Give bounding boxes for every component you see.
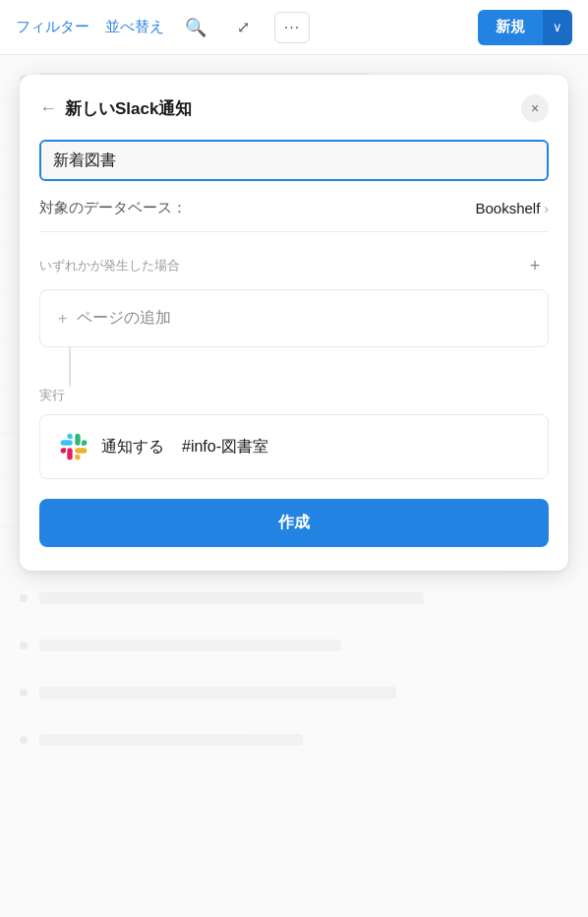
trigger-section-label: いずれかが発生した場合 xyxy=(39,257,180,275)
list-item xyxy=(0,716,588,764)
trigger-plus-icon: + xyxy=(58,310,67,328)
slack-icon xyxy=(58,431,89,462)
list-item-dot xyxy=(20,594,28,602)
expand-button[interactable]: ⤢ xyxy=(227,12,259,43)
modal-header: ← 新しいSlack通知 × xyxy=(39,94,549,122)
close-icon: × xyxy=(531,100,539,116)
list-item-dot xyxy=(20,642,28,649)
trigger-card[interactable]: + ページの追加 xyxy=(39,289,549,347)
new-button[interactable]: 新規 xyxy=(478,10,543,45)
trigger-card-label: ページの追加 xyxy=(77,308,171,329)
list-item xyxy=(0,575,588,622)
list-item-line xyxy=(39,734,303,746)
toolbar: フィルター 並べ替え 🔍 ⤢ ··· 新規 ∨ xyxy=(0,0,588,55)
expand-icon: ⤢ xyxy=(237,18,250,36)
database-selector[interactable]: Bookshelf › xyxy=(475,200,549,216)
list-item-line xyxy=(39,592,424,604)
create-button[interactable]: 作成 xyxy=(39,499,549,547)
list-item-line xyxy=(39,640,341,651)
notification-name-input[interactable] xyxy=(39,140,549,181)
more-button[interactable]: ··· xyxy=(274,12,310,43)
action-card[interactable]: 通知する #info-図書室 xyxy=(39,414,549,479)
database-row: 対象のデータベース： Bookshelf › xyxy=(39,195,549,232)
list-item-dot xyxy=(20,689,28,697)
filter-button[interactable]: フィルター xyxy=(16,18,89,36)
search-icon: 🔍 xyxy=(185,17,206,38)
list-item-line xyxy=(39,687,396,699)
chevron-down-icon: ∨ xyxy=(553,20,562,34)
back-arrow-icon: ← xyxy=(39,98,57,119)
action-channel: #info-図書室 xyxy=(182,437,268,458)
sort-button[interactable]: 並べ替え xyxy=(105,18,164,36)
more-icon: ··· xyxy=(284,19,300,36)
trigger-add-button[interactable]: + xyxy=(521,252,549,279)
close-button[interactable]: × xyxy=(521,94,549,122)
search-button[interactable]: 🔍 xyxy=(180,12,211,43)
chevron-right-icon: › xyxy=(544,201,549,216)
new-button-group: 新規 ∨ xyxy=(478,10,572,45)
modal-title: 新しいSlack通知 xyxy=(65,97,521,120)
trigger-section-header: いずれかが発生した場合 + xyxy=(39,252,549,279)
new-chevron-button[interactable]: ∨ xyxy=(543,10,572,45)
connector-line xyxy=(69,347,71,387)
list-item xyxy=(0,669,588,716)
toolbar-left: フィルター 並べ替え 🔍 ⤢ ··· xyxy=(16,12,466,43)
back-button[interactable]: ← xyxy=(39,98,65,119)
list-item-dot xyxy=(20,736,28,744)
plus-icon: + xyxy=(530,256,541,276)
database-label: 対象のデータベース： xyxy=(39,199,187,217)
action-section-label: 実行 xyxy=(39,387,549,404)
modal-panel: ← 新しいSlack通知 × 対象のデータベース： Bookshelf › いず… xyxy=(20,75,568,571)
list-item xyxy=(0,622,588,669)
database-name: Bookshelf xyxy=(475,200,540,216)
action-notify-text: 通知する xyxy=(101,437,164,458)
